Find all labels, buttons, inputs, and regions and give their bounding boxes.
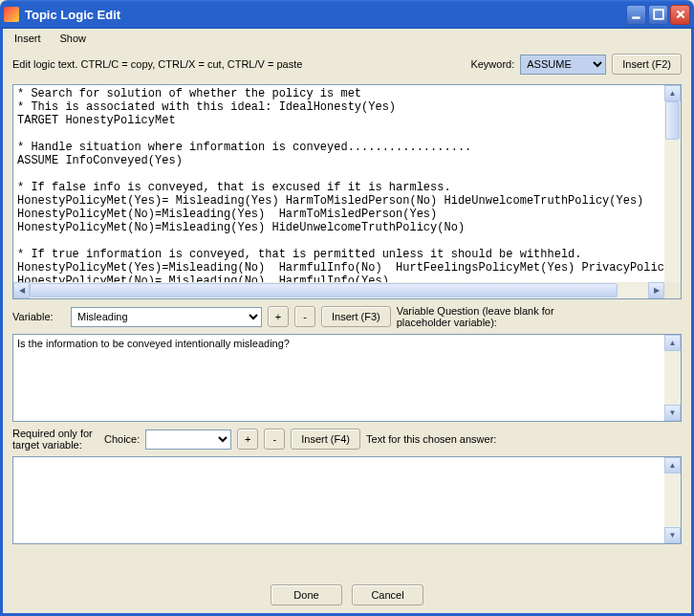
- maximize-button[interactable]: [648, 5, 668, 25]
- scroll-corner: [664, 282, 681, 298]
- vertical-scrollbar[interactable]: ▲ ▼: [664, 85, 681, 298]
- scroll-up-icon[interactable]: ▲: [664, 335, 681, 351]
- choice-text-label: Text for this chosen answer:: [366, 433, 496, 445]
- svg-rect-0: [632, 16, 640, 18]
- svg-rect-1: [654, 10, 663, 19]
- choice-text-textarea[interactable]: ▲ ▼: [12, 456, 682, 544]
- choice-text-content[interactable]: [13, 457, 681, 543]
- variable-question-textarea[interactable]: Is the information to be conveyed intent…: [12, 334, 682, 422]
- window-title: Topic Logic Edit: [25, 8, 626, 22]
- required-label: Required only for target variable:: [12, 428, 98, 451]
- variable-remove-button[interactable]: -: [294, 306, 315, 327]
- choice-remove-button[interactable]: -: [264, 429, 285, 450]
- scroll-thumb[interactable]: [665, 101, 680, 140]
- done-button[interactable]: Done: [271, 584, 342, 605]
- title-bar: Topic Logic Edit: [0, 0, 694, 29]
- vertical-scrollbar[interactable]: ▲ ▼: [664, 335, 681, 421]
- menu-bar: Insert Show: [3, 29, 691, 48]
- variable-select[interactable]: Misleading: [71, 307, 262, 327]
- variable-question-text[interactable]: Is the information to be conveyed intent…: [13, 335, 681, 421]
- variable-question-label: Variable Question (leave blank for place…: [397, 305, 559, 328]
- variable-label: Variable:: [12, 311, 65, 322]
- scroll-down-icon[interactable]: ▼: [664, 527, 681, 543]
- choice-label: Choice:: [104, 433, 140, 445]
- minimize-button[interactable]: [626, 5, 646, 25]
- logic-text-area[interactable]: * Search for solution of whether the pol…: [12, 84, 682, 299]
- menu-show[interactable]: Show: [53, 31, 95, 46]
- app-icon: [4, 7, 19, 22]
- scroll-left-icon[interactable]: ◀: [13, 282, 30, 298]
- choice-select[interactable]: [145, 429, 231, 450]
- vertical-scrollbar[interactable]: ▲ ▼: [664, 457, 681, 543]
- hint-text: Edit logic text. CTRL/C = copy, CTRL/X =…: [12, 58, 465, 70]
- scroll-up-icon[interactable]: ▲: [664, 85, 681, 101]
- choice-add-button[interactable]: +: [237, 429, 258, 450]
- insert-f2-button[interactable]: Insert (F2): [612, 54, 682, 75]
- logic-text-content[interactable]: * Search for solution of whether the pol…: [13, 85, 681, 282]
- scroll-thumb-h[interactable]: [30, 283, 618, 297]
- keyword-label: Keyword:: [470, 58, 514, 70]
- insert-f3-button[interactable]: Insert (F3): [321, 306, 391, 327]
- scroll-down-icon[interactable]: ▼: [664, 405, 681, 421]
- scroll-right-icon[interactable]: ▶: [648, 282, 664, 298]
- scroll-up-icon[interactable]: ▲: [664, 457, 681, 473]
- cancel-button[interactable]: Cancel: [352, 584, 423, 605]
- menu-insert[interactable]: Insert: [7, 31, 49, 46]
- horizontal-scrollbar[interactable]: ◀ ▶: [13, 282, 664, 298]
- insert-f4-button[interactable]: Insert (F4): [291, 429, 360, 450]
- keyword-select[interactable]: ASSUME: [520, 55, 606, 75]
- variable-add-button[interactable]: +: [268, 306, 289, 327]
- close-button[interactable]: [670, 5, 690, 25]
